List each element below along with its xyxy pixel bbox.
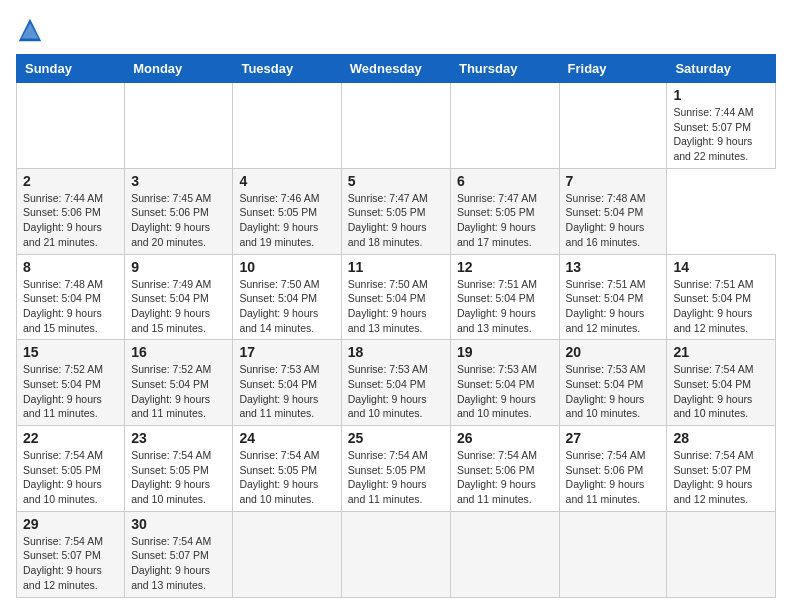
day-info: Sunrise: 7:54 AMSunset: 5:06 PMDaylight:…	[457, 448, 553, 507]
day-number: 26	[457, 430, 553, 446]
calendar-cell: 3Sunrise: 7:45 AMSunset: 5:06 PMDaylight…	[125, 168, 233, 254]
calendar-cell: 15Sunrise: 7:52 AMSunset: 5:04 PMDayligh…	[17, 340, 125, 426]
calendar-cell: 5Sunrise: 7:47 AMSunset: 5:05 PMDaylight…	[341, 168, 450, 254]
calendar-cell: 25Sunrise: 7:54 AMSunset: 5:05 PMDayligh…	[341, 426, 450, 512]
calendar-cell: 28Sunrise: 7:54 AMSunset: 5:07 PMDayligh…	[667, 426, 776, 512]
week-row-5: 22Sunrise: 7:54 AMSunset: 5:05 PMDayligh…	[17, 426, 776, 512]
calendar-cell: 30Sunrise: 7:54 AMSunset: 5:07 PMDayligh…	[125, 511, 233, 597]
day-number: 9	[131, 259, 226, 275]
day-info: Sunrise: 7:47 AMSunset: 5:05 PMDaylight:…	[457, 191, 553, 250]
day-number: 22	[23, 430, 118, 446]
calendar-cell: 2Sunrise: 7:44 AMSunset: 5:06 PMDaylight…	[17, 168, 125, 254]
day-number: 16	[131, 344, 226, 360]
day-info: Sunrise: 7:51 AMSunset: 5:04 PMDaylight:…	[566, 277, 661, 336]
calendar-header-row: SundayMondayTuesdayWednesdayThursdayFrid…	[17, 55, 776, 83]
day-number: 2	[23, 173, 118, 189]
day-info: Sunrise: 7:54 AMSunset: 5:05 PMDaylight:…	[23, 448, 118, 507]
day-number: 18	[348, 344, 444, 360]
day-number: 1	[673, 87, 769, 103]
header-tuesday: Tuesday	[233, 55, 341, 83]
calendar-cell: 14Sunrise: 7:51 AMSunset: 5:04 PMDayligh…	[667, 254, 776, 340]
day-info: Sunrise: 7:51 AMSunset: 5:04 PMDaylight:…	[673, 277, 769, 336]
day-info: Sunrise: 7:54 AMSunset: 5:07 PMDaylight:…	[23, 534, 118, 593]
calendar-cell: 27Sunrise: 7:54 AMSunset: 5:06 PMDayligh…	[559, 426, 667, 512]
day-number: 19	[457, 344, 553, 360]
logo	[16, 16, 48, 44]
day-info: Sunrise: 7:53 AMSunset: 5:04 PMDaylight:…	[457, 362, 553, 421]
calendar-cell: 24Sunrise: 7:54 AMSunset: 5:05 PMDayligh…	[233, 426, 341, 512]
calendar-cell: 29Sunrise: 7:54 AMSunset: 5:07 PMDayligh…	[17, 511, 125, 597]
day-number: 13	[566, 259, 661, 275]
header-thursday: Thursday	[450, 55, 559, 83]
day-info: Sunrise: 7:51 AMSunset: 5:04 PMDaylight:…	[457, 277, 553, 336]
week-row-3: 8Sunrise: 7:48 AMSunset: 5:04 PMDaylight…	[17, 254, 776, 340]
day-number: 6	[457, 173, 553, 189]
day-info: Sunrise: 7:53 AMSunset: 5:04 PMDaylight:…	[348, 362, 444, 421]
day-info: Sunrise: 7:54 AMSunset: 5:05 PMDaylight:…	[131, 448, 226, 507]
calendar-cell: 16Sunrise: 7:52 AMSunset: 5:04 PMDayligh…	[125, 340, 233, 426]
page-header	[16, 16, 776, 44]
week-row-6: 29Sunrise: 7:54 AMSunset: 5:07 PMDayligh…	[17, 511, 776, 597]
calendar-cell: 10Sunrise: 7:50 AMSunset: 5:04 PMDayligh…	[233, 254, 341, 340]
day-number: 21	[673, 344, 769, 360]
header-saturday: Saturday	[667, 55, 776, 83]
calendar-cell: 12Sunrise: 7:51 AMSunset: 5:04 PMDayligh…	[450, 254, 559, 340]
calendar-cell	[125, 83, 233, 169]
day-info: Sunrise: 7:47 AMSunset: 5:05 PMDaylight:…	[348, 191, 444, 250]
calendar-cell	[559, 83, 667, 169]
day-info: Sunrise: 7:44 AMSunset: 5:07 PMDaylight:…	[673, 105, 769, 164]
day-number: 12	[457, 259, 553, 275]
day-number: 20	[566, 344, 661, 360]
day-number: 11	[348, 259, 444, 275]
day-number: 28	[673, 430, 769, 446]
day-info: Sunrise: 7:49 AMSunset: 5:04 PMDaylight:…	[131, 277, 226, 336]
header-wednesday: Wednesday	[341, 55, 450, 83]
day-info: Sunrise: 7:48 AMSunset: 5:04 PMDaylight:…	[566, 191, 661, 250]
day-info: Sunrise: 7:48 AMSunset: 5:04 PMDaylight:…	[23, 277, 118, 336]
week-row-1: 1Sunrise: 7:44 AMSunset: 5:07 PMDaylight…	[17, 83, 776, 169]
day-number: 27	[566, 430, 661, 446]
day-info: Sunrise: 7:53 AMSunset: 5:04 PMDaylight:…	[566, 362, 661, 421]
calendar-table: SundayMondayTuesdayWednesdayThursdayFrid…	[16, 54, 776, 598]
day-number: 14	[673, 259, 769, 275]
calendar-cell: 20Sunrise: 7:53 AMSunset: 5:04 PMDayligh…	[559, 340, 667, 426]
day-number: 17	[239, 344, 334, 360]
day-number: 29	[23, 516, 118, 532]
calendar-cell: 6Sunrise: 7:47 AMSunset: 5:05 PMDaylight…	[450, 168, 559, 254]
day-info: Sunrise: 7:50 AMSunset: 5:04 PMDaylight:…	[239, 277, 334, 336]
day-number: 4	[239, 173, 334, 189]
calendar-cell	[450, 511, 559, 597]
header-friday: Friday	[559, 55, 667, 83]
calendar-cell: 13Sunrise: 7:51 AMSunset: 5:04 PMDayligh…	[559, 254, 667, 340]
day-number: 7	[566, 173, 661, 189]
day-number: 23	[131, 430, 226, 446]
calendar-cell	[341, 83, 450, 169]
day-number: 15	[23, 344, 118, 360]
day-info: Sunrise: 7:52 AMSunset: 5:04 PMDaylight:…	[23, 362, 118, 421]
day-info: Sunrise: 7:54 AMSunset: 5:07 PMDaylight:…	[673, 448, 769, 507]
calendar-cell: 7Sunrise: 7:48 AMSunset: 5:04 PMDaylight…	[559, 168, 667, 254]
day-number: 5	[348, 173, 444, 189]
calendar-cell: 8Sunrise: 7:48 AMSunset: 5:04 PMDaylight…	[17, 254, 125, 340]
day-info: Sunrise: 7:52 AMSunset: 5:04 PMDaylight:…	[131, 362, 226, 421]
week-row-4: 15Sunrise: 7:52 AMSunset: 5:04 PMDayligh…	[17, 340, 776, 426]
day-info: Sunrise: 7:54 AMSunset: 5:05 PMDaylight:…	[348, 448, 444, 507]
day-number: 3	[131, 173, 226, 189]
day-number: 24	[239, 430, 334, 446]
header-sunday: Sunday	[17, 55, 125, 83]
day-info: Sunrise: 7:54 AMSunset: 5:07 PMDaylight:…	[131, 534, 226, 593]
calendar-cell: 22Sunrise: 7:54 AMSunset: 5:05 PMDayligh…	[17, 426, 125, 512]
calendar-cell	[233, 83, 341, 169]
calendar-cell: 9Sunrise: 7:49 AMSunset: 5:04 PMDaylight…	[125, 254, 233, 340]
calendar-cell: 1Sunrise: 7:44 AMSunset: 5:07 PMDaylight…	[667, 83, 776, 169]
day-info: Sunrise: 7:54 AMSunset: 5:05 PMDaylight:…	[239, 448, 334, 507]
calendar-cell: 18Sunrise: 7:53 AMSunset: 5:04 PMDayligh…	[341, 340, 450, 426]
calendar-cell: 4Sunrise: 7:46 AMSunset: 5:05 PMDaylight…	[233, 168, 341, 254]
calendar-cell: 26Sunrise: 7:54 AMSunset: 5:06 PMDayligh…	[450, 426, 559, 512]
calendar-cell	[667, 511, 776, 597]
calendar-cell	[233, 511, 341, 597]
calendar-cell: 17Sunrise: 7:53 AMSunset: 5:04 PMDayligh…	[233, 340, 341, 426]
day-number: 25	[348, 430, 444, 446]
header-monday: Monday	[125, 55, 233, 83]
day-info: Sunrise: 7:54 AMSunset: 5:06 PMDaylight:…	[566, 448, 661, 507]
